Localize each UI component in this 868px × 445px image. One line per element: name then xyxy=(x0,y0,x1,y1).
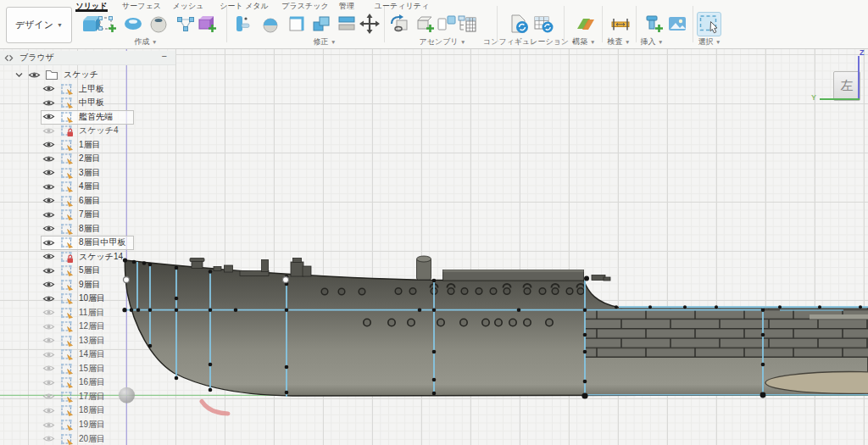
bend-button[interactable] xyxy=(259,12,281,35)
browser-item-21[interactable]: 15層目 xyxy=(42,362,105,375)
visibility-eye-icon[interactable] xyxy=(42,168,55,177)
browser-item-11[interactable]: 8層目 xyxy=(42,222,101,236)
visibility-eye-icon[interactable] xyxy=(42,252,55,261)
tab-7[interactable]: ユーティリティ xyxy=(375,1,429,12)
visibility-eye-icon[interactable] xyxy=(42,196,55,205)
visibility-eye-icon[interactable] xyxy=(42,308,55,317)
visibility-eye-icon[interactable] xyxy=(42,294,55,303)
viewcube[interactable]: 左 xyxy=(833,71,860,101)
create-sketch-button[interactable] xyxy=(95,12,118,35)
measure-button[interactable] xyxy=(609,12,632,35)
panel-dropdown-2[interactable]: 修正 ▼ xyxy=(314,36,337,47)
visibility-eye-icon[interactable] xyxy=(42,266,55,275)
browser-item-22[interactable]: 16層目 xyxy=(42,375,105,389)
tab-6[interactable]: 管理 xyxy=(339,1,354,12)
insert-canvas-button[interactable] xyxy=(665,12,688,35)
configure-table-button[interactable] xyxy=(531,12,554,35)
workspace-switcher[interactable]: デザイン ▼ xyxy=(6,7,72,43)
visibility-eye-icon[interactable] xyxy=(42,350,55,359)
revolve-button[interactable] xyxy=(121,12,144,35)
panel-dropdown-6[interactable]: 検査 ▼ xyxy=(608,36,631,47)
flange-button[interactable] xyxy=(231,12,253,35)
browser-item-12[interactable]: 8層目中甲板 xyxy=(42,236,126,249)
combine-button[interactable] xyxy=(309,12,332,35)
insert-fastener-button[interactable] xyxy=(642,12,665,35)
panel-dropdown-3[interactable]: アセンブリ ▼ xyxy=(419,36,465,47)
visibility-eye-icon[interactable] xyxy=(42,364,55,373)
browser-item-2[interactable]: 中甲板 xyxy=(42,96,104,109)
visibility-eye-icon[interactable] xyxy=(42,224,55,233)
browser-item-26[interactable]: 20層目 xyxy=(42,432,105,445)
joint-button[interactable] xyxy=(435,12,458,35)
insert-component-button[interactable] xyxy=(413,12,436,35)
visibility-eye-icon[interactable] xyxy=(42,392,55,401)
visibility-eye-icon[interactable] xyxy=(42,378,55,387)
tab-2[interactable]: サーフェス xyxy=(122,1,161,12)
panel-dropdown-1[interactable]: 作成 ▼ xyxy=(135,36,158,47)
select-window-button[interactable] xyxy=(697,12,721,36)
browser-item-20[interactable]: 14層目 xyxy=(42,348,105,361)
visibility-eye-icon[interactable] xyxy=(42,336,55,345)
visibility-eye-icon[interactable] xyxy=(42,238,55,248)
panel-dropdown-5[interactable]: 構築 ▼ xyxy=(573,36,596,47)
sketch-label: 17層目 xyxy=(79,391,105,403)
viewcube-face-label: 左 xyxy=(841,78,854,94)
browser-item-19[interactable]: 13層目 xyxy=(42,334,105,348)
hole-button[interactable] xyxy=(147,12,170,35)
visibility-eye-icon[interactable] xyxy=(42,140,55,149)
visibility-eye-icon[interactable] xyxy=(42,84,55,93)
browser-item-18[interactable]: 12層目 xyxy=(42,320,105,333)
browser-panel-header[interactable]: ブラウザ − xyxy=(0,51,175,65)
browser-item-16[interactable]: 10層目 xyxy=(42,292,105,305)
visibility-eye-icon[interactable] xyxy=(42,420,55,430)
highlighted-sketch-curve[interactable] xyxy=(202,402,228,414)
browser-item-24[interactable]: 18層目 xyxy=(42,403,105,417)
split-button[interactable] xyxy=(335,12,358,35)
visibility-eye-icon[interactable] xyxy=(42,112,55,121)
visibility-eye-icon[interactable] xyxy=(42,154,55,164)
browser-item-13[interactable]: スケッチ14 xyxy=(42,250,123,264)
mesh-web-button[interactable] xyxy=(174,12,197,35)
browser-item-14[interactable]: 5層目 xyxy=(42,264,101,277)
origin-point[interactable] xyxy=(119,387,135,403)
visibility-eye-icon[interactable] xyxy=(42,280,55,289)
visibility-eye-icon[interactable] xyxy=(42,98,55,108)
browser-folder-sketches[interactable]: スケッチ xyxy=(15,68,98,81)
bom-table-button[interactable] xyxy=(455,12,478,35)
visibility-eye-icon[interactable] xyxy=(42,322,55,331)
construct-plane-button[interactable] xyxy=(574,12,597,35)
configure-table-icon xyxy=(532,13,554,35)
tab-3[interactable]: メッシュ xyxy=(173,1,204,12)
visibility-eye-icon[interactable] xyxy=(42,210,55,220)
tab-5[interactable]: プラスチック xyxy=(281,1,328,12)
panel-dropdown-8[interactable]: 選択 ▼ xyxy=(698,36,721,47)
press-pull-button[interactable] xyxy=(286,12,309,35)
browser-item-8[interactable]: 4層目 xyxy=(42,180,101,193)
browser-item-5[interactable]: 1層目 xyxy=(42,138,101,152)
sketch-icon xyxy=(60,208,74,221)
browser-item-23[interactable]: 17層目 xyxy=(42,390,105,403)
visibility-eye-icon[interactable] xyxy=(42,182,55,192)
minimize-icon[interactable]: − xyxy=(162,51,167,61)
browser-item-25[interactable]: 19層目 xyxy=(42,418,105,431)
primitive-box-button[interactable] xyxy=(195,12,218,35)
browser-item-6[interactable]: 2層目 xyxy=(42,152,101,165)
browser-item-9[interactable]: 6層目 xyxy=(42,194,101,208)
expand-chevron-icon[interactable] xyxy=(15,72,23,78)
panel-dropdown-7[interactable]: 挿入 ▼ xyxy=(641,36,664,47)
browser-item-10[interactable]: 7層目 xyxy=(42,208,101,221)
visibility-eye-icon[interactable] xyxy=(42,434,55,443)
move-button[interactable] xyxy=(358,12,381,35)
browser-item-17[interactable]: 11層目 xyxy=(42,306,104,320)
visibility-eye-icon[interactable] xyxy=(42,126,55,136)
browser-item-4[interactable]: スケッチ4 xyxy=(42,124,119,137)
configure-design-button[interactable] xyxy=(507,12,530,35)
panel-collapse-icon[interactable] xyxy=(3,53,14,63)
browser-item-1[interactable]: 上甲板 xyxy=(42,82,104,96)
visibility-eye-icon[interactable] xyxy=(42,406,55,415)
browser-item-3[interactable]: 艦首先端 xyxy=(42,110,113,124)
browser-item-15[interactable]: 9層目 xyxy=(42,278,101,292)
visibility-eye-icon[interactable] xyxy=(28,70,41,80)
browser-item-7[interactable]: 3層目 xyxy=(42,166,101,180)
new-component-button[interactable] xyxy=(388,12,411,35)
